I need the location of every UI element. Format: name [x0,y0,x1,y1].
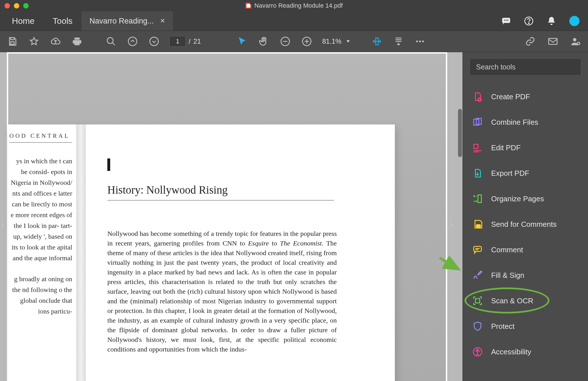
tools-item-send-comments[interactable]: Send for Comments [470,211,581,237]
more-tools-icon[interactable] [414,35,426,48]
notifications-icon[interactable] [547,16,556,26]
zoom-dropdown[interactable]: 81.1% [322,37,350,45]
svg-point-1 [504,20,505,21]
tools-panel: Search tools Create PDF Combine Files Ed… [463,52,588,381]
tools-item-protect[interactable]: Protect [470,314,581,339]
svg-point-5 [529,23,529,24]
minimize-window-button[interactable] [14,3,19,9]
document-viewer[interactable]: OOD CENTRAL ys in which the t can be con… [0,52,463,381]
tools-item-accessibility[interactable]: Accessibility [470,339,581,365]
chapter-title: History: Nollywood Rising [107,183,369,196]
save-icon[interactable] [6,35,19,48]
tools-label: Fill & Sign [491,271,524,280]
tab-tools[interactable]: Tools [44,11,82,31]
close-window-button[interactable] [5,3,10,9]
hand-tool-icon[interactable] [257,35,270,48]
search-tools-input[interactable]: Search tools [470,58,581,75]
svg-point-2 [506,20,507,21]
print-icon[interactable] [71,35,83,48]
svg-point-3 [507,20,508,21]
zoom-window-button[interactable] [23,3,29,9]
expand-left-panel-icon[interactable] [1,220,6,230]
tools-label: Accessibility [491,348,531,356]
tools-item-export-pdf[interactable]: Export PDF [470,160,581,186]
star-icon[interactable] [28,35,40,48]
send-comments-icon [472,219,483,230]
fill-sign-icon [472,270,483,281]
svg-point-29 [477,349,478,350]
scrollbar-thumb[interactable] [458,109,462,157]
scan-ocr-icon [472,295,483,306]
svg-rect-6 [11,38,14,40]
search-icon[interactable] [105,35,117,48]
tools-label: Organize Pages [491,194,544,203]
svg-point-18 [573,38,576,41]
help-icon[interactable] [524,16,534,26]
cloud-upload-icon[interactable] [49,35,62,48]
share-link-icon[interactable] [524,35,536,48]
organize-pages-icon [472,193,483,204]
account-avatar[interactable] [569,16,580,26]
tools-item-comment[interactable]: Comment [470,237,581,263]
chapter-number-mark [107,158,110,171]
chevron-down-icon [346,40,350,43]
edit-pdf-icon [472,142,483,153]
scan-background: OOD CENTRAL ys in which the t can be con… [7,52,447,381]
running-head: OOD CENTRAL [9,132,72,139]
page-up-icon[interactable] [126,35,139,48]
tools-label: Comment [491,245,523,254]
add-person-icon[interactable] [569,35,582,48]
tools-item-organize-pages[interactable]: Organize Pages [470,186,581,211]
tools-label: Create PDF [491,92,530,101]
page-down-icon[interactable] [148,35,160,48]
window-controls [5,3,29,9]
svg-point-16 [422,41,424,43]
page-total: 21 [193,37,201,45]
left-text-a: ys in which the t can be consid- epots i… [9,156,72,263]
protect-icon [472,321,483,332]
tools-item-scan-ocr[interactable]: Scan & OCR [470,288,581,314]
tools-item-create-pdf[interactable]: Create PDF [470,84,581,109]
scroll-mode-icon[interactable] [392,35,405,48]
tab-document-label: Navarro Reading... [90,17,154,26]
tools-label: Edit PDF [491,143,521,152]
svg-point-14 [416,41,418,43]
combine-files-icon [472,117,483,128]
svg-rect-27 [476,299,480,303]
svg-point-15 [419,41,421,43]
page-number-input[interactable]: 1 [169,36,186,47]
email-icon[interactable] [547,35,559,48]
left-text-b: g broadly at oning on the nd following o… [9,274,72,317]
book-gutter [76,124,86,381]
tools-item-edit-pdf[interactable]: Edit PDF [470,135,581,160]
tools-label: Send for Comments [491,220,557,229]
comments-icon[interactable] [501,16,511,26]
window-title: Navarro Reading Module 14.pdf [254,2,343,9]
comment-icon [472,244,483,255]
body-text: Nollywood has become something of a tren… [107,229,337,354]
tab-home[interactable]: Home [3,11,44,31]
book-spread: OOD CENTRAL ys in which the t can be con… [8,124,395,381]
svg-rect-17 [549,39,557,45]
svg-rect-23 [474,144,478,149]
zoom-value: 81.1% [322,37,341,45]
svg-point-10 [150,37,158,46]
zoom-in-icon[interactable] [301,35,313,48]
window-titlebar: Navarro Reading Module 14.pdf [0,0,588,11]
svg-point-8 [107,38,113,44]
create-pdf-icon [472,91,483,102]
tab-document[interactable]: Navarro Reading... ✕ [82,11,173,31]
close-tab-icon[interactable]: ✕ [160,17,165,25]
select-tool-icon[interactable] [236,35,248,48]
main-toolbar: 1 / 21 81.1% [0,31,588,52]
zoom-out-icon[interactable] [279,35,291,48]
tools-label: Scan & OCR [491,297,533,305]
expand-right-panel-icon[interactable] [449,220,455,230]
tools-item-combine-files[interactable]: Combine Files [470,109,581,135]
tools-item-fill-sign[interactable]: Fill & Sign [470,263,581,288]
right-page: History: Nollywood Rising Nollywood has … [93,124,378,381]
page-sep: / [189,37,191,45]
tools-label: Protect [491,322,514,331]
fit-width-icon[interactable] [371,35,383,48]
svg-rect-7 [11,42,14,45]
